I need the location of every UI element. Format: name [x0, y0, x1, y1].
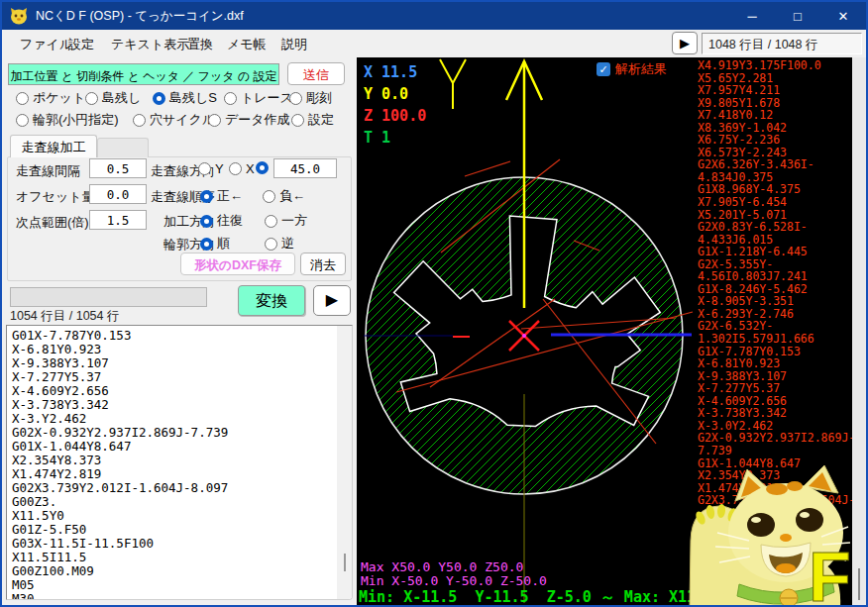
next-point-range-label: 次点範囲(倍) — [16, 214, 89, 232]
gcode-line: M05 — [12, 578, 228, 592]
radio-dot[interactable] — [153, 92, 165, 105]
radio-dot[interactable] — [256, 161, 269, 174]
play-button-bottom[interactable]: ▶ — [313, 285, 351, 316]
radio-dot[interactable] — [229, 162, 242, 175]
minimize-button[interactable]: ─ — [729, 2, 775, 30]
analysis-result-label: 解析結果 — [615, 60, 667, 78]
radio-dot[interactable] — [289, 92, 302, 105]
gcode-line: M30 — [12, 592, 228, 600]
maneki-neko-cat-image: F — [684, 463, 852, 607]
gcode-line: X-7.277Y5.37 — [12, 370, 228, 384]
radio-dot[interactable] — [265, 238, 277, 251]
radio-dot[interactable] — [265, 215, 277, 228]
radio-direction-y[interactable]: Y — [198, 161, 224, 176]
tab-stub[interactable] — [97, 138, 149, 157]
radio-direction-x[interactable]: X — [229, 161, 255, 176]
radio-island[interactable]: 島残し — [85, 89, 141, 107]
radio-dot[interactable] — [200, 215, 213, 228]
gcode-scrollbar-thumb[interactable] — [344, 554, 346, 571]
scanline-pitch-input[interactable] — [89, 158, 147, 178]
menu-file[interactable]: ファイル — [20, 36, 72, 53]
gcode-line: G01X-7.787Y0.153 — [12, 329, 228, 343]
radio-engrave[interactable]: 彫刻 — [289, 89, 332, 107]
analysis-gcode-listing: X4.919Y3.175F100.0X5.65Y2.281X7.957Y4.21… — [698, 59, 850, 507]
menu-help[interactable]: 説明 — [281, 36, 307, 53]
radio-machining-roundtrip[interactable]: 往復 — [200, 212, 243, 230]
menu-settings[interactable]: 設定 — [68, 36, 94, 53]
listing-line: 7.739 — [698, 445, 850, 457]
offset-amount-input[interactable] — [89, 184, 147, 204]
menu-replace[interactable]: 置換 — [187, 36, 213, 53]
gcode-text: G01X-7.787Y0.153X-6.81Y0.923X-9.388Y3.10… — [12, 329, 228, 600]
save-shape-dxf-button[interactable]: 形状のDXF保存 — [180, 253, 295, 275]
readout-x: X 11.5 — [364, 63, 417, 81]
gcode-line: X-3.738Y3.342 — [12, 398, 228, 412]
radio-dot[interactable] — [198, 162, 211, 175]
menu-text-display[interactable]: テキスト表示 — [111, 36, 189, 53]
radio-dot[interactable] — [200, 190, 213, 203]
radio-dot[interactable] — [291, 114, 304, 127]
convert-button[interactable]: 変換 — [238, 285, 305, 316]
gcode-line: X-6.81Y0.923 — [12, 343, 228, 356]
offset-amount-label: オフセット量 — [16, 188, 95, 206]
radio-dot[interactable] — [16, 114, 29, 127]
radio-dot[interactable] — [200, 238, 213, 251]
gcode-line: X-3.Y2.462 — [12, 412, 228, 426]
canvas-scrollbar-thumb[interactable] — [858, 568, 860, 600]
radio-island-s[interactable]: 島残しS — [153, 89, 217, 107]
line-count-top: 1048 行目 / 1048 行 — [702, 33, 862, 54]
listing-line: G1X-1.218Y-6.445 — [698, 246, 850, 258]
radio-dot[interactable] — [263, 190, 275, 203]
listing-line: X4.919Y3.175F100.0 — [698, 59, 850, 72]
gcode-scrollbar[interactable] — [337, 326, 352, 599]
checkbox-checked-icon[interactable]: ✓ — [597, 62, 610, 76]
y-axis-label-glyph — [440, 59, 466, 109]
radio-order-negative[interactable]: 負← — [263, 187, 305, 205]
radio-hole-cycle[interactable]: 穴サイクル — [133, 111, 215, 129]
listing-line: X6.75Y-2.236 — [698, 134, 850, 147]
gcode-textarea[interactable]: G01X-7.787Y0.153X-6.81Y0.923X-9.388Y3.10… — [6, 325, 353, 600]
radio-dot[interactable] — [133, 114, 146, 127]
scanline-pitch-label: 走査線間隔 — [16, 162, 80, 180]
readout-y: Y 0.0 — [364, 85, 408, 103]
radio-trace[interactable]: トレース — [224, 89, 293, 107]
radio-dot[interactable] — [85, 92, 98, 105]
maximize-button[interactable]: □ — [775, 2, 820, 30]
radio-machining-oneway[interactable]: 一方 — [265, 212, 307, 230]
preview-canvas[interactable]: X 11.5 Y 0.0 Z 100.0 T 1 ✓ 解析結果 X4.919Y3… — [357, 57, 852, 607]
origin-dot — [522, 334, 526, 338]
next-point-range-input[interactable] — [89, 210, 147, 230]
gcode-line: X-9.388Y3.107 — [12, 356, 228, 370]
radio-dot[interactable] — [16, 92, 29, 105]
radio-dot[interactable] — [208, 114, 221, 127]
gcode-line: G03X-11.5I-11.5F100 — [12, 537, 228, 551]
readout-t: T 1 — [364, 129, 390, 147]
radio-contour-forward[interactable]: 順 — [200, 235, 230, 253]
title-bar: NCくD F (OSP) - てっかーコイン.dxf ─ □ ✕ — [2, 2, 866, 30]
clear-button[interactable]: 消去 — [300, 253, 346, 275]
radio-setting[interactable]: 設定 — [291, 111, 334, 129]
send-button[interactable]: 送信 — [287, 62, 345, 85]
radio-contour-reverse[interactable]: 逆 — [265, 235, 294, 253]
scan-angle-input[interactable] — [273, 158, 337, 178]
menu-notepad[interactable]: メモ帳 — [227, 36, 267, 53]
radio-pocket[interactable]: ポケット — [16, 89, 85, 107]
radio-order-positive[interactable]: 正← — [200, 187, 243, 205]
close-button[interactable]: ✕ — [820, 2, 866, 30]
analysis-result-checkbox-row[interactable]: ✓ 解析結果 — [597, 60, 667, 78]
status-max-line: Max X50.0 Y50.0 Z50.0 — [361, 559, 523, 574]
radio-dot[interactable] — [224, 92, 237, 105]
gcode-line: G01X-1.044Y8.647 — [12, 440, 228, 454]
radio-direction-angle[interactable] — [256, 161, 269, 174]
play-button-top[interactable]: ▶ — [672, 32, 698, 54]
radio-data-create[interactable]: データ作成 — [208, 111, 290, 129]
status-range-line: Min: X-11.5 Y-11.5 Z-5.0 ～ Max: X11 — [359, 588, 696, 607]
gcode-line: G00Z3. — [12, 495, 228, 509]
canvas-scrollbar[interactable] — [852, 57, 868, 607]
listing-line: X7.957Y4.211 — [698, 84, 850, 97]
radio-contour-small-circle[interactable]: 輪郭(小円指定) — [16, 111, 119, 129]
tab-scanline-machining[interactable]: 走査線加工 — [10, 135, 97, 157]
listing-line: X7.418Y0.12 — [698, 109, 850, 122]
app-window: NCくD F (OSP) - てっかーコイン.dxf ─ □ ✕ ファイル 設定… — [0, 0, 868, 607]
gcode-line: G00Z100.M09 — [12, 564, 228, 578]
